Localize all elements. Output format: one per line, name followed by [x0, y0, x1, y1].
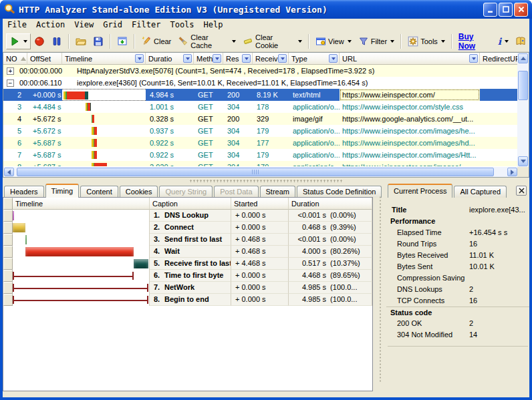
- grid-horizontal-scrollbar[interactable]: [3, 167, 518, 177]
- summary-tab-all-captured[interactable]: All Captured: [454, 186, 507, 198]
- timing-row-selector[interactable]: [3, 222, 13, 234]
- menu-file[interactable]: File: [3, 19, 31, 31]
- close-panel-button[interactable]: [516, 186, 527, 196]
- vertical-splitter[interactable]: [374, 187, 386, 391]
- menu-filter[interactable]: Filter: [127, 19, 165, 31]
- filter-button-url[interactable]: [469, 54, 478, 63]
- horizontal-scroll-thumb[interactable]: [17, 168, 494, 176]
- timing-row[interactable]: 7.NetWork+ 0.000 s4.985 s (100.0...: [3, 282, 372, 294]
- process-group-row[interactable]: +00:00:00.000HttpAnalyzerStdV3.exe[5076]…: [3, 65, 518, 77]
- timing-row-selector[interactable]: [3, 234, 13, 246]
- column-header-receiv[interactable]: Receiv: [253, 53, 289, 65]
- collapse-icon[interactable]: −: [7, 79, 14, 87]
- scroll-left-button[interactable]: [4, 168, 14, 176]
- request-row[interactable]: 6+5.687 s0.922 sGET304177application/o..…: [3, 137, 518, 149]
- title-bar[interactable]: HTTP Analyzer Stand-alone Edition V3 (Un…: [0, 0, 532, 19]
- process-group-row[interactable]: −00:00:06.110iexplore.exe[4360] (Count=1…: [3, 77, 518, 89]
- timing-column-header-caption[interactable]: Caption: [150, 198, 231, 210]
- grid-cell-url[interactable]: https://www.ieinspector.com/images/Htt..…: [340, 149, 480, 161]
- timing-row[interactable]: 4.Wait+ 0.468 s4.000 s (80.26%): [3, 246, 372, 258]
- scroll-down-button[interactable]: [518, 156, 528, 166]
- column-header-redirectur[interactable]: RedirectUR: [480, 53, 518, 65]
- tab-status-code-definition[interactable]: Status Code Definition: [297, 186, 382, 198]
- tab-headers[interactable]: Headers: [4, 186, 44, 198]
- tab-timing[interactable]: Timing: [45, 184, 80, 198]
- column-header-meth[interactable]: Meth: [194, 53, 223, 65]
- filter-button-res[interactable]: [242, 54, 251, 63]
- column-header-url[interactable]: URL: [340, 53, 480, 65]
- request-row[interactable]: 5+5.672 s0.937 sGET304179application/o..…: [3, 125, 518, 137]
- request-row[interactable]: 4+5.672 s0.328 sGET200329image/gifhttps:…: [3, 113, 518, 125]
- timing-row[interactable]: 6.Time to first byte+ 0.000 s4.468 s (89…: [3, 270, 372, 282]
- timing-row-selector[interactable]: [3, 282, 13, 294]
- vertical-scroll-thumb[interactable]: [518, 71, 528, 100]
- column-header-no[interactable]: NO: [3, 53, 27, 65]
- filter-button[interactable]: Filter: [355, 33, 398, 49]
- clear-button[interactable]: Clear: [138, 33, 174, 49]
- timing-row-selector[interactable]: [3, 246, 13, 258]
- timing-column-header-timeline[interactable]: Timeline: [13, 198, 150, 210]
- timing-column-header-started[interactable]: Started: [231, 198, 289, 210]
- menu-action[interactable]: Action: [31, 19, 70, 31]
- column-header-offset[interactable]: OffSet: [27, 53, 62, 65]
- tab-cookies[interactable]: Cookies: [120, 186, 158, 198]
- tab-content[interactable]: Content: [80, 186, 118, 198]
- filter-button-duratio[interactable]: [183, 54, 192, 63]
- tools-button[interactable]: Tools: [404, 33, 448, 49]
- grid-vertical-scrollbar[interactable]: [517, 53, 529, 167]
- menu-grid[interactable]: Grid: [98, 19, 127, 31]
- timing-row-selector[interactable]: [3, 270, 13, 282]
- pause-capture-button[interactable]: [48, 33, 65, 49]
- grid-cell-url[interactable]: https://www.ieinspector.com/images/...: [340, 161, 480, 166]
- clear-cache-button[interactable]: Clear Cache: [174, 33, 239, 49]
- grid-cell-url[interactable]: https://www.ieinspector.com/images/he...: [340, 125, 480, 137]
- minimize-button[interactable]: [483, 3, 497, 17]
- expand-icon[interactable]: +: [7, 67, 14, 75]
- timing-row-selector[interactable]: [3, 294, 13, 306]
- info-button[interactable]: i: [495, 33, 512, 49]
- stop-capture-button[interactable]: [31, 33, 48, 49]
- request-row[interactable]: 8+5.687 s2.920 sGET304179application/o..…: [3, 161, 518, 166]
- view-button[interactable]: View: [312, 33, 355, 49]
- filter-button-type[interactable]: [329, 54, 338, 63]
- timing-row[interactable]: 3.Send first to last+ 0.468 s<0.001 s (0…: [3, 234, 372, 246]
- timing-row[interactable]: 5.Receive first to last+ 4.468 s0.517 s …: [3, 258, 372, 270]
- column-header-res[interactable]: Res: [223, 53, 253, 65]
- request-row[interactable]: 3+4.484 s1.001 sGET304178application/o..…: [3, 101, 518, 113]
- column-header-type[interactable]: Type: [289, 53, 340, 65]
- filter-button-receiv[interactable]: [278, 54, 287, 63]
- menu-view[interactable]: View: [70, 19, 98, 31]
- menu-help[interactable]: Help: [199, 19, 228, 31]
- open-button[interactable]: [72, 33, 90, 49]
- timing-row-selector[interactable]: [3, 210, 13, 222]
- help-button[interactable]: [512, 33, 529, 49]
- save-button[interactable]: [90, 33, 107, 49]
- scroll-right-button[interactable]: [507, 168, 517, 176]
- close-button[interactable]: [514, 3, 528, 17]
- filter-button-meth[interactable]: [213, 54, 221, 63]
- grid-cell-url[interactable]: https://www.google-analytics.com/__ut...: [340, 113, 480, 125]
- column-header-duratio[interactable]: Duratio: [146, 53, 194, 65]
- clear-cookie-button[interactable]: Clear Cookie: [239, 33, 305, 49]
- grid-cell-url[interactable]: https://www.ieinspector.com/: [340, 89, 480, 101]
- grid-cell-url[interactable]: https://www.ieinspector.com/style.css: [340, 101, 480, 113]
- request-row[interactable]: 2+0.000 s4.984 sGET2008.19 Ktext/htmlhtt…: [3, 89, 518, 101]
- grid-cell-url[interactable]: https://www.ieinspector.com/images/hd...: [340, 137, 480, 149]
- timing-row[interactable]: 8.Begin to end+ 0.000 s4.985 s (100.0...: [3, 294, 372, 306]
- filter-button-timeline[interactable]: [135, 54, 144, 63]
- export-button[interactable]: [114, 33, 131, 49]
- maximize-button[interactable]: [499, 3, 513, 17]
- request-row[interactable]: 7+5.687 s0.922 sGET304179application/o..…: [3, 149, 518, 161]
- menu-tools[interactable]: Tools: [165, 19, 198, 31]
- timing-row[interactable]: 2.Connect+ 0.000 s0.468 s (9.39%): [3, 222, 372, 234]
- tab-stream[interactable]: Stream: [260, 186, 295, 198]
- buy-now-link[interactable]: Buy Now: [455, 33, 495, 49]
- timing-row[interactable]: 1.DNS Lookup+ 0.000 s<0.001 s (0.00%): [3, 210, 372, 222]
- column-header-timeline[interactable]: Timeline: [62, 53, 146, 65]
- summary-tab-current-process[interactable]: Current Process: [388, 184, 452, 198]
- start-capture-button[interactable]: [6, 33, 31, 49]
- timing-row-selector[interactable]: [3, 258, 13, 270]
- open-folder-icon: [76, 36, 86, 47]
- timing-column-header-duration[interactable]: Duration: [289, 198, 372, 210]
- scroll-up-button[interactable]: [518, 53, 528, 63]
